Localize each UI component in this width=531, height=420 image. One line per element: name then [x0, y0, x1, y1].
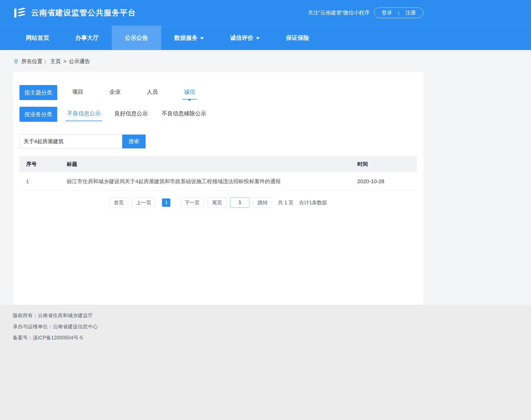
- pagination-total-items: 合计1条数据: [299, 199, 327, 206]
- pagination-current-page[interactable]: 1: [162, 198, 170, 207]
- nav-item-label: 办事大厅: [75, 34, 99, 42]
- search-input[interactable]: [19, 135, 122, 148]
- login-register-divider: |: [398, 11, 399, 15]
- pagination-next-button[interactable]: 下一页: [180, 197, 204, 208]
- table-row: 1丽江市住房和城乡建设局关于4起房屋建筑和市政基础设施工程领域违法招标投标案件的…: [19, 172, 417, 191]
- breadcrumb-separator: >: [63, 58, 66, 64]
- nav-item-label: 数据服务: [174, 34, 198, 42]
- pagination-prev-button[interactable]: 上一页: [132, 197, 156, 208]
- business-category-button[interactable]: 按业务分类: [19, 107, 57, 122]
- table-header-index: 序号: [19, 161, 67, 168]
- theme-tab[interactable]: 项目: [71, 86, 85, 100]
- nav-item[interactable]: 诚信评价: [217, 26, 273, 50]
- row-index: 1: [19, 178, 67, 185]
- pagination-last-button[interactable]: 尾页: [208, 197, 226, 208]
- nav-item-label: 诚信评价: [230, 34, 253, 42]
- pagination: 首页 上一页 1 下一页 尾页 跳转 共 1 页 合计1条数据: [19, 197, 417, 208]
- business-tabs: 不良信息公示良好信息公示不良信息移除公示: [57, 108, 208, 121]
- footer-line: 承办与运维单位：云南省建设信息中心: [13, 323, 531, 330]
- theme-category-button[interactable]: 按主题分类: [19, 85, 57, 100]
- pagination-first-button[interactable]: 首页: [109, 197, 128, 208]
- theme-tab[interactable]: 诚信: [182, 86, 197, 100]
- theme-filter-row: 按主题分类 项目企业人员诚信: [19, 85, 417, 100]
- footer-line: 版权所有：云南省住房和城乡建设厅: [13, 312, 531, 319]
- chevron-down-icon: [256, 37, 260, 39]
- register-button[interactable]: 注册: [405, 9, 416, 16]
- table-header-title: 标题: [67, 161, 357, 168]
- pagination-jump-input[interactable]: [230, 197, 250, 208]
- page-footer: 版权所有：云南省住房和城乡建设厅承办与运维单位：云南省建设信息中心备案号：滇IC…: [0, 305, 531, 420]
- nav-item-label: 保证保险: [286, 34, 309, 42]
- table-header-row: 序号 标题 时间: [19, 156, 417, 172]
- login-button[interactable]: 登录: [382, 9, 392, 16]
- login-register-pill: 登录 | 注册: [374, 8, 423, 18]
- table-body: 1丽江市住房和城乡建设局关于4起房屋建筑和市政基础设施工程领域违法招标投标案件的…: [19, 172, 417, 191]
- header-right: 关注“云南建管”微信小程序 登录 | 注册: [308, 8, 423, 18]
- breadcrumb-prefix: 所在位置：: [21, 58, 48, 65]
- wechat-miniprogram-note: 关注“云南建管”微信小程序: [308, 9, 370, 16]
- chevron-down-icon: [200, 37, 204, 39]
- row-title-link[interactable]: 丽江市住房和城乡建设局关于4起房屋建筑和市政基础设施工程领域违法招标投标案件的通…: [67, 178, 357, 185]
- business-tab[interactable]: 不良信息公示: [66, 108, 102, 121]
- nav-item[interactable]: 办事大厅: [62, 26, 112, 50]
- content-card: 按主题分类 项目企业人员诚信 按业务分类 不良信息公示良好信息公示不良信息移除公…: [13, 72, 423, 305]
- nav-item[interactable]: 网站首页: [13, 26, 62, 50]
- nav-item[interactable]: 数据服务: [161, 26, 217, 50]
- pagination-stats: 共 1 页 合计1条数据: [278, 199, 327, 206]
- location-pin-icon: [13, 59, 19, 64]
- nav-item[interactable]: 公示公告: [112, 26, 161, 50]
- table-header-time: 时间: [357, 161, 417, 168]
- main-content: 所在位置： 主页 > 公示通告 按主题分类 项目企业人员诚信 按业务分类 不良信…: [0, 50, 531, 305]
- site-title: 云南省建设监管公共服务平台: [31, 8, 136, 18]
- site-logo-icon: [13, 6, 27, 20]
- nav-item-label: 网站首页: [26, 34, 49, 42]
- business-filter-row: 按业务分类 不良信息公示良好信息公示不良信息移除公示: [19, 107, 417, 122]
- business-tab[interactable]: 不良信息移除公示: [160, 108, 208, 121]
- breadcrumb-current: 公示通告: [69, 58, 90, 65]
- business-tab[interactable]: 良好信息公示: [113, 108, 149, 121]
- site-logo[interactable]: 云南省建设监管公共服务平台: [13, 6, 136, 20]
- theme-tab[interactable]: 企业: [108, 86, 122, 100]
- breadcrumb-home-link[interactable]: 主页: [50, 58, 61, 65]
- search-bar: 搜索: [19, 135, 417, 148]
- pagination-jump-button[interactable]: 跳转: [253, 197, 272, 208]
- top-header: 云南省建设监管公共服务平台 关注“云南建管”微信小程序 登录 | 注册: [0, 0, 531, 26]
- theme-tabs: 项目企业人员诚信: [57, 86, 197, 100]
- main-nav: 网站首页办事大厅公示公告数据服务诚信评价保证保险: [0, 26, 531, 50]
- nav-list: 网站首页办事大厅公示公告数据服务诚信评价保证保险: [13, 26, 423, 50]
- search-button[interactable]: 搜索: [122, 135, 146, 148]
- theme-tab[interactable]: 人员: [145, 86, 159, 100]
- row-time: 2020-10-28: [357, 178, 417, 185]
- results-table: 序号 标题 时间 1丽江市住房和城乡建设局关于4起房屋建筑和市政基础设施工程领域…: [19, 156, 417, 191]
- nav-item-label: 公示公告: [125, 34, 148, 42]
- footer-line: 备案号：滇ICP备12000504号-5: [13, 334, 531, 341]
- pagination-total-pages: 共 1 页: [278, 199, 293, 206]
- breadcrumb: 所在位置： 主页 > 公示通告: [0, 50, 531, 65]
- nav-item[interactable]: 保证保险: [273, 26, 322, 50]
